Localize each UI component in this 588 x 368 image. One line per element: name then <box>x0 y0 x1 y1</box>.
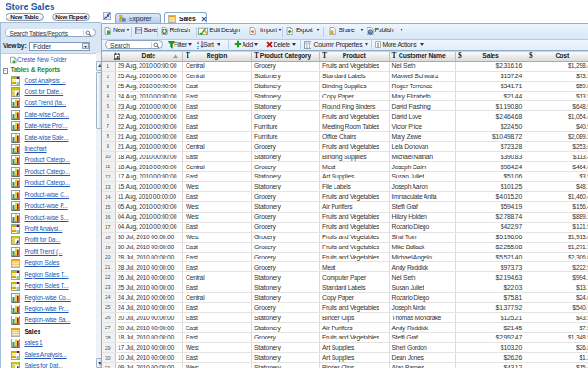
svg-text:Z: Z <box>197 45 199 49</box>
